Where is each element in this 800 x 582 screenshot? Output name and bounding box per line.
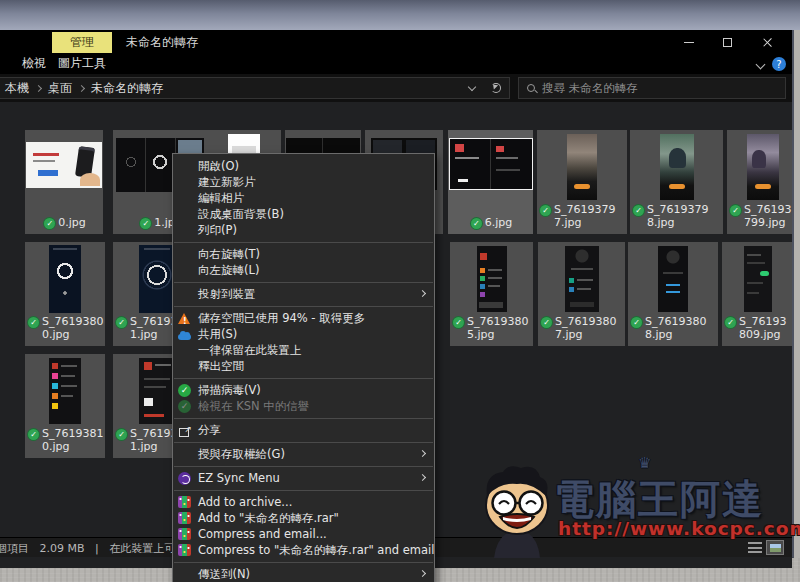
file-tile[interactable]: ✓S_76193809.jpg [722, 242, 792, 346]
menu-item-set-desktop-background[interactable]: 設成桌面背景(B) [173, 206, 434, 222]
address-bar-controls [469, 78, 501, 98]
manage-contextual-badge[interactable]: 管理 [52, 32, 112, 53]
menu-item-label: Add to archive... [198, 495, 292, 509]
winrar-icon [178, 544, 191, 556]
file-label: ✓S_76193799.jpg [730, 204, 792, 229]
menu-item-label: 向左旋轉(L) [198, 263, 259, 277]
menu-item-compress-to-rar-and-email[interactable]: Compress to "未命名的轉存.rar" and email [173, 542, 434, 558]
file-label: ✓6.jpg [451, 217, 532, 230]
menu-item-create-new-video[interactable]: 建立新影片 [173, 174, 434, 190]
menu-item-label: 掃描病毒(V) [198, 383, 261, 397]
menu-item-give-access-to[interactable]: 授與存取權給(G) [173, 446, 434, 462]
file-tile[interactable]: ✓S_76193798.jpg [630, 130, 723, 234]
address-dropdown-chevron-icon[interactable] [468, 82, 476, 90]
file-tile[interactable]: ✓S_76193799.jpg [727, 130, 792, 234]
menu-separator [174, 242, 433, 243]
menu-item-storage-warning[interactable]: 儲存空間已使用 94% - 取得更多 [173, 310, 434, 326]
submenu-arrow-icon [419, 569, 426, 576]
winrar-icon [178, 496, 191, 508]
menu-item-open[interactable]: 開啟(O) [173, 158, 434, 174]
file-label: ✓S_76193798.jpg [633, 204, 722, 229]
navigation-bar: 本機 桌面 未命名的轉存 [0, 74, 792, 102]
file-tile[interactable]: ✓S_76193800.jpg [25, 242, 105, 346]
file-name: S_76193800.jpg [42, 316, 104, 341]
menu-item-label: EZ Sync Menu [198, 471, 280, 485]
breadcrumb-this-pc[interactable]: 本機 [5, 80, 29, 97]
tab-picture-tools[interactable]: 圖片工具 [52, 54, 112, 72]
menu-item-cast-to-device[interactable]: 投射到裝置 [173, 286, 434, 302]
file-tile[interactable]: ✓S_76193797.jpg [537, 130, 627, 234]
file-tile[interactable]: ✓0.jpg [25, 130, 103, 234]
file-thumbnail [744, 246, 772, 312]
check-dim-icon [178, 400, 191, 413]
file-tile[interactable]: ✓S_76193807.jpg [538, 242, 625, 346]
menu-item-rotate-left[interactable]: 向左旋轉(L) [173, 262, 434, 278]
file-thumbnail [26, 142, 102, 188]
file-name: S_76193807.jpg [555, 316, 624, 341]
menu-item-label: 建立新影片 [198, 175, 256, 189]
menu-item-compress-and-email[interactable]: Compress and email... [173, 526, 434, 542]
file-label: ✓S_76193809.jpg [725, 316, 792, 341]
file-label: ✓S_76193807.jpg [541, 316, 624, 341]
menu-item-send-to[interactable]: 傳送到(N) [173, 566, 434, 582]
file-thumbnail [565, 246, 599, 312]
menu-item-scan-virus[interactable]: 掃描病毒(V) [173, 382, 434, 398]
winrar-icon [178, 512, 191, 524]
file-tile[interactable]: ✓S_76193808.jpg [628, 242, 718, 346]
menu-item-free-up-space[interactable]: 釋出空間 [173, 358, 434, 374]
menu-item-add-to-rar[interactable]: Add to "未命名的轉存.rar" [173, 510, 434, 526]
synced-check-icon: ✓ [541, 317, 552, 328]
file-label: ✓S_76193810.jpg [28, 428, 104, 453]
status-text: 個項目 2.09 MB | 在此裝置上可用 | [0, 541, 200, 556]
menu-item-label: 釋出空間 [198, 359, 244, 373]
tab-view[interactable]: 檢視 [16, 54, 52, 72]
close-button[interactable] [750, 30, 784, 54]
menu-separator [174, 466, 433, 467]
file-label: ✓0.jpg [28, 217, 102, 230]
file-tile[interactable]: ✓S_76193810.jpg [25, 354, 105, 458]
submenu-arrow-icon [419, 289, 426, 296]
minimize-button[interactable] [672, 30, 706, 54]
file-name: 0.jpg [58, 217, 86, 230]
menu-item-share[interactable]: 分享 [173, 422, 434, 438]
search-input[interactable] [542, 81, 777, 95]
synced-check-icon: ✓ [116, 317, 127, 328]
breadcrumb-current-folder[interactable]: 未命名的轉存 [91, 80, 163, 97]
menu-separator [174, 562, 433, 563]
breadcrumb-desktop[interactable]: 桌面 [48, 80, 72, 97]
menu-item-rotate-right[interactable]: 向右旋轉(T) [173, 246, 434, 262]
file-thumbnail [49, 358, 81, 424]
close-icon [762, 37, 773, 48]
maximize-button[interactable] [710, 30, 744, 54]
menu-item-ksn-reputation[interactable]: 檢視在 KSN 中的信譽 [173, 398, 434, 414]
address-bar[interactable]: 本機 桌面 未命名的轉存 [0, 77, 510, 99]
submenu-arrow-icon [419, 449, 426, 456]
search-box[interactable] [518, 77, 786, 99]
synced-check-icon: ✓ [116, 429, 127, 440]
menu-item-label: 投射到裝置 [198, 287, 256, 301]
synced-check-icon: ✓ [631, 317, 642, 328]
file-name: S_76193805.jpg [467, 316, 532, 341]
help-icon[interactable] [772, 57, 786, 71]
menu-item-ez-sync-menu[interactable]: EZ Sync Menu [173, 470, 434, 486]
file-tile[interactable]: ✓6.jpg [448, 130, 533, 234]
refresh-icon[interactable] [491, 83, 501, 93]
submenu-arrow-icon [419, 473, 426, 480]
synced-check-icon: ✓ [28, 317, 39, 328]
ribbon-collapse-chevron-icon[interactable] [756, 60, 766, 70]
menu-item-label: 儲存空間已使用 94% - 取得更多 [198, 311, 365, 325]
file-name: S_76193799.jpg [744, 204, 792, 229]
menu-separator [174, 418, 433, 419]
window-title: 未命名的轉存 [126, 30, 198, 54]
chevron-right-icon [35, 84, 42, 91]
file-thumbnail [139, 245, 175, 313]
file-tile[interactable]: ✓S_76193805.jpg [450, 242, 533, 346]
menu-item-label: 一律保留在此裝置上 [198, 343, 302, 357]
menu-item-print[interactable]: 列印(P) [173, 222, 434, 238]
minimize-icon [684, 42, 694, 43]
menu-item-onedrive-share[interactable]: 共用(S) [173, 326, 434, 342]
menu-item-add-to-archive[interactable]: Add to archive... [173, 494, 434, 510]
menu-item-edit-photo[interactable]: 編輯相片 [173, 190, 434, 206]
menu-item-label: 列印(P) [198, 223, 237, 237]
menu-item-keep-on-device[interactable]: 一律保留在此裝置上 [173, 342, 434, 358]
